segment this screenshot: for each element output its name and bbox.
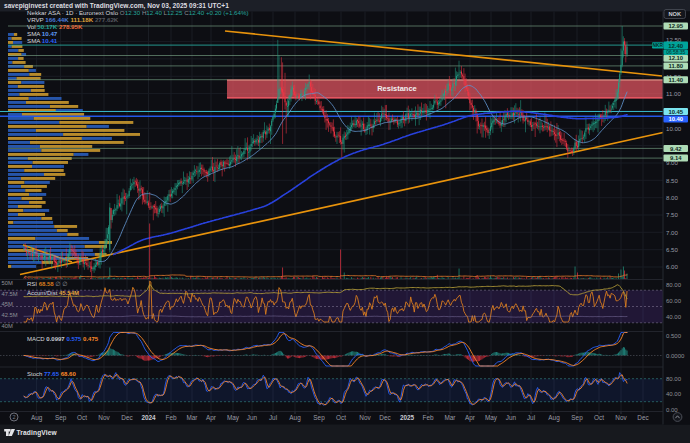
svg-text:Resistance: Resistance <box>377 84 417 93</box>
svg-text:Sep: Sep <box>313 414 325 422</box>
svg-text:Jul: Jul <box>527 414 535 421</box>
svg-text:11.80: 11.80 <box>669 63 684 69</box>
svg-text:0.00: 0.00 <box>666 407 678 413</box>
svg-text:12.10: 12.10 <box>668 55 683 61</box>
svg-text:60.00: 60.00 <box>666 298 682 304</box>
svg-text:8.00: 8.00 <box>666 194 678 201</box>
svg-text:10.45: 10.45 <box>668 109 683 115</box>
svg-text:50M: 50M <box>2 280 13 286</box>
svg-text:Nov: Nov <box>98 414 110 421</box>
svg-text:80.00: 80.00 <box>666 282 682 288</box>
svg-text:9.14: 9.14 <box>670 155 682 161</box>
svg-text:Jun: Jun <box>506 414 517 421</box>
svg-text:6.50: 6.50 <box>666 246 678 253</box>
svg-text:45M: 45M <box>2 301 13 307</box>
svg-text:6.00: 6.00 <box>666 263 678 270</box>
svg-text:SMA 10.41: SMA 10.41 <box>27 37 58 44</box>
svg-text:Mar: Mar <box>444 414 456 421</box>
svg-text:40M: 40M <box>2 323 13 329</box>
svg-text:2: 2 <box>12 414 15 420</box>
svg-text:Accum/Dist 45.54M: Accum/Dist 45.54M <box>27 290 79 296</box>
svg-text:40.00: 40.00 <box>666 391 682 397</box>
svg-text:May: May <box>227 414 240 422</box>
svg-text:Nov: Nov <box>615 414 627 421</box>
svg-text:Nov: Nov <box>359 414 371 421</box>
svg-text:8.50: 8.50 <box>666 177 678 184</box>
svg-text:Feb: Feb <box>422 414 433 421</box>
svg-text:9.42: 9.42 <box>670 146 682 152</box>
svg-text:NOK: NOK <box>668 11 682 17</box>
svg-text:Mar: Mar <box>186 414 198 421</box>
svg-text:Oct: Oct <box>594 414 604 421</box>
svg-text:7.50: 7.50 <box>666 211 678 218</box>
svg-text:Vol 50.17K 278.95K: Vol 50.17K 278.95K <box>27 23 83 30</box>
svg-text:12.40: 12.40 <box>668 43 684 49</box>
svg-text:Sep: Sep <box>55 414 67 422</box>
svg-text:TradingView: TradingView <box>17 429 58 437</box>
svg-text:MACD 0.0997 0.575 0.475: MACD 0.0997 0.575 0.475 <box>27 336 99 342</box>
svg-text:12.95: 12.95 <box>668 23 683 29</box>
svg-text:40.00: 40.00 <box>666 314 682 320</box>
svg-text:Apr: Apr <box>465 414 476 422</box>
svg-text:NKR: NKR <box>652 43 663 48</box>
svg-text:2025: 2025 <box>400 414 415 421</box>
svg-text:7.00: 7.00 <box>666 229 678 236</box>
svg-text:80.00: 80.00 <box>666 376 682 382</box>
svg-text:Dec: Dec <box>637 414 649 421</box>
svg-text:Stoch 77.65 68.60: Stoch 77.65 68.60 <box>27 371 76 377</box>
svg-text:0.0000: 0.0000 <box>666 353 685 359</box>
svg-text:Dec: Dec <box>121 414 133 421</box>
svg-text:Feb: Feb <box>165 414 176 421</box>
svg-text:11.40: 11.40 <box>669 77 684 83</box>
svg-text:0.500: 0.500 <box>666 333 682 339</box>
svg-text:Nekkar ASA · 1D · Euronext Osl: Nekkar ASA · 1D · Euronext Oslo O12.30 H… <box>27 9 249 16</box>
svg-text:Dec: Dec <box>379 414 391 421</box>
svg-text:Apr: Apr <box>206 414 217 422</box>
svg-text:Jun: Jun <box>247 414 258 421</box>
svg-text:2024: 2024 <box>141 414 156 421</box>
svg-text:Aug: Aug <box>31 414 43 422</box>
svg-text:Aug: Aug <box>289 414 301 422</box>
svg-text:11.00: 11.00 <box>666 90 681 97</box>
svg-text:Jul: Jul <box>269 414 277 421</box>
svg-text:Oct: Oct <box>336 414 346 421</box>
svg-text:47.5M: 47.5M <box>2 291 18 297</box>
svg-text:06:58:35: 06:58:35 <box>666 50 685 55</box>
svg-text:Sep: Sep <box>571 414 583 422</box>
svg-text:Aug: Aug <box>548 414 560 422</box>
svg-text:42.5M: 42.5M <box>2 312 18 318</box>
svg-text:RSI 68.58 ∅ ∅: RSI 68.58 ∅ ∅ <box>27 281 67 287</box>
svg-text:Oct: Oct <box>77 414 87 421</box>
svg-text:May: May <box>485 414 498 422</box>
svg-text:10.00: 10.00 <box>666 125 682 132</box>
svg-text:10.40: 10.40 <box>668 116 683 122</box>
